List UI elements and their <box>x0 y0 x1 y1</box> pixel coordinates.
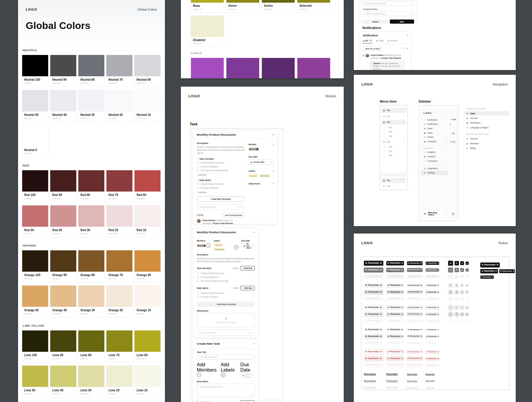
icon-button[interactable]: ⊘ <box>448 261 453 266</box>
placeholder-button[interactable]: ⊘Placeholder⊘ <box>386 290 404 294</box>
icon-button[interactable]: ⊘ <box>448 318 453 323</box>
add-attachment-icon[interactable]: + <box>273 182 274 185</box>
placeholder-button[interactable]: ⊘Placeholder⊘ <box>426 313 439 316</box>
attach-icon[interactable]: ✎ <box>248 331 249 334</box>
color-swatch-card[interactable]: Orange 80 #7E5525 <box>78 250 105 282</box>
menu-sub-item[interactable]: Title <box>388 153 406 158</box>
label-tag[interactable]: Internal <box>249 174 258 177</box>
chevron-up-icon[interactable]: ˄ <box>403 121 404 123</box>
placeholder-button[interactable]: ⊘Placeholder⊘ <box>386 305 404 310</box>
collapse-icon[interactable]: ˄ <box>197 179 198 181</box>
sidebar-rail-icon[interactable]: ▣ <box>454 118 456 120</box>
placeholder-button[interactable]: ⊘Placeholder⊘ <box>426 284 439 287</box>
icon-button[interactable]: ⊘ <box>466 291 469 294</box>
placeholder-link[interactable]: Placeholder <box>407 386 423 388</box>
collapse-icon[interactable]: ‹› <box>452 112 454 114</box>
add-new-checklist-button[interactable]: + Add New Checklist <box>197 196 244 202</box>
checklist-item[interactable]: Document Signature ⋮ <box>197 275 255 279</box>
icon-button[interactable]: ⊘ <box>448 274 453 279</box>
placeholder-button[interactable]: ⊘Placeholder⊘ <box>386 274 404 279</box>
checklist-item[interactable]: Document Signature ⋮ <box>197 295 255 299</box>
color-swatch-card[interactable]: Lime 30 #E0DDA5 <box>78 365 105 398</box>
menu-sub-item[interactable]: Title <box>388 125 406 130</box>
description-textarea[interactable]: Enter your description here 0/80 <box>197 384 255 397</box>
gear-icon[interactable]: ⚙ <box>406 47 408 50</box>
settings-item[interactable]: ⊕ Billing <box>464 146 509 150</box>
color-swatch-card[interactable]: Orange 100 #2A1C0C <box>22 250 48 282</box>
kebab-menu-icon[interactable]: ⋮ <box>243 183 245 185</box>
kebab-menu-icon[interactable]: ⋮ <box>406 54 408 70</box>
placeholder-link[interactable]: Placeholder <box>364 380 383 382</box>
icon-button[interactable]: ⊘ <box>448 283 453 288</box>
placeholder-button[interactable]: ⊘Placeholder⊘ <box>364 274 383 279</box>
add-label-icon[interactable]: + <box>273 170 274 172</box>
sidebar-item[interactable]: ◉ Contacts <box>421 154 447 159</box>
placeholder-link[interactable]: Placeholder <box>364 373 383 375</box>
close-icon[interactable]: × <box>253 231 255 234</box>
icon-button[interactable]: ⊘ <box>460 306 464 309</box>
icon-button[interactable]: ⊘ <box>466 319 469 322</box>
kebab-menu-icon[interactable]: ⋮ <box>253 272 255 275</box>
state-swatch-card[interactable]: Hover Yellow 70 <box>226 0 259 13</box>
placeholder-button[interactable]: ⊘Placeholder⊘ <box>386 312 404 317</box>
state-swatch-card[interactable]: Hover Purple 70 <box>226 58 259 78</box>
icon-button[interactable]: ⊘ <box>448 312 453 317</box>
placeholder-button[interactable]: ⊘Placeholder⊘ <box>407 268 423 272</box>
task-title-input[interactable]: Enter task name here <box>197 354 255 359</box>
chevron-up-icon[interactable]: ˄ <box>403 141 404 142</box>
placeholder-link[interactable]: Placeholder <box>407 380 423 382</box>
collapse-icon[interactable]: ‹› <box>443 112 445 114</box>
label-tag[interactable]: Internal <box>214 243 223 247</box>
notifications-tab[interactable]: ▣ Tasks <box>376 39 384 43</box>
icon-button[interactable]: ⊘ <box>460 312 464 316</box>
placeholder-button[interactable]: ⊘Placeholder⊘ <box>407 290 423 294</box>
due-date-picker[interactable]: ▦ 24 Jan 2023 ˅ <box>249 160 274 165</box>
color-swatch-card[interactable]: Neutral 40 #EAECF0 <box>50 90 77 122</box>
color-swatch-card[interactable]: Neutral 0 #FFFFFF <box>22 125 48 157</box>
placeholder-button[interactable]: ⊘Placeholder⊘ <box>407 261 423 265</box>
placeholder-button[interactable]: ⊘Placeholder⊘ <box>426 275 439 278</box>
hide-activity-button[interactable]: Hide Activity Details <box>223 213 244 217</box>
attach-icon[interactable]: ✎ <box>237 206 239 208</box>
placeholder-link[interactable]: Placeholder <box>386 380 404 382</box>
placeholder-button[interactable]: ⊘Placeholder⊘ <box>407 312 423 316</box>
placeholder-button[interactable]: ⊘Placeholder⊘ <box>480 269 498 273</box>
close-icon[interactable]: × <box>407 34 408 37</box>
placeholder-link[interactable]: Placeholder <box>426 380 439 382</box>
placeholder-button[interactable]: ⊘Placeholder⊘ <box>426 328 439 331</box>
placeholder-button[interactable]: ⊘Placeholder⊘ <box>386 363 404 367</box>
add-member-button[interactable]: + <box>206 243 211 248</box>
checkbox[interactable] <box>197 183 199 185</box>
placeholder-button[interactable]: ⊘Placeholder⊘ <box>426 291 439 294</box>
cancel-button[interactable]: Cancel <box>363 20 388 24</box>
filter-icon[interactable]: ≡ <box>403 47 404 50</box>
sidebar-rail-icon[interactable]: ⊞ <box>450 141 452 143</box>
icon-button[interactable]: ⊘ <box>466 275 469 278</box>
color-swatch-card[interactable]: Red 30 #DFB7B7 <box>78 205 105 237</box>
color-swatch-card[interactable]: Red 20 #EFDBDB <box>106 205 133 237</box>
color-swatch-card[interactable]: Neutral 100 #000000 <box>22 55 48 87</box>
kebab-menu-icon[interactable]: ⋮ <box>253 296 255 298</box>
settings-item[interactable]: ⚙ General <box>464 137 509 141</box>
menu-item[interactable]: ▣ Title <box>381 178 406 183</box>
sidebar-item[interactable]: ✉ Emails ˅ <box>421 135 447 139</box>
member-avatars[interactable] <box>249 147 274 151</box>
checklist-item[interactable]: Document Signature ⋮ <box>197 165 244 168</box>
color-swatch-card[interactable]: Neutral 30 #F0F2F7 <box>78 90 105 122</box>
color-swatch-card[interactable]: Lime 90 #47440C <box>50 330 77 362</box>
icon-button[interactable]: ⊘ <box>460 268 464 272</box>
add-item-button[interactable]: + Add Item <box>240 400 255 402</box>
icon-button[interactable]: ⊘ <box>455 319 459 323</box>
placeholder-link[interactable]: Placeholder <box>386 373 404 375</box>
checklist-item[interactable]: Pitch Deck Presentation Design ⋮ <box>197 279 255 283</box>
sidebar-item[interactable]: ↗ Analytics <box>421 150 447 155</box>
file-dropzone[interactable]: ▦ Drag files here or Browse <box>197 313 255 327</box>
icon-button[interactable]: ⊘ <box>466 262 469 265</box>
placeholder-button[interactable]: ⊘Placeholder⊘ <box>426 364 439 367</box>
state-swatch-card[interactable]: Disabled Yellow 20 <box>191 15 224 47</box>
sidebar-rail-icon[interactable]: ◎ <box>451 118 452 120</box>
mark-all-read-button[interactable]: Mark All as Read <box>363 46 382 51</box>
color-swatch-card[interactable]: Neutral 60 #D5D7DB <box>134 55 161 87</box>
placeholder-button[interactable]: ⊘Placeholder⊘ <box>480 275 494 279</box>
add-label-button[interactable]: ◎ <box>221 373 225 377</box>
